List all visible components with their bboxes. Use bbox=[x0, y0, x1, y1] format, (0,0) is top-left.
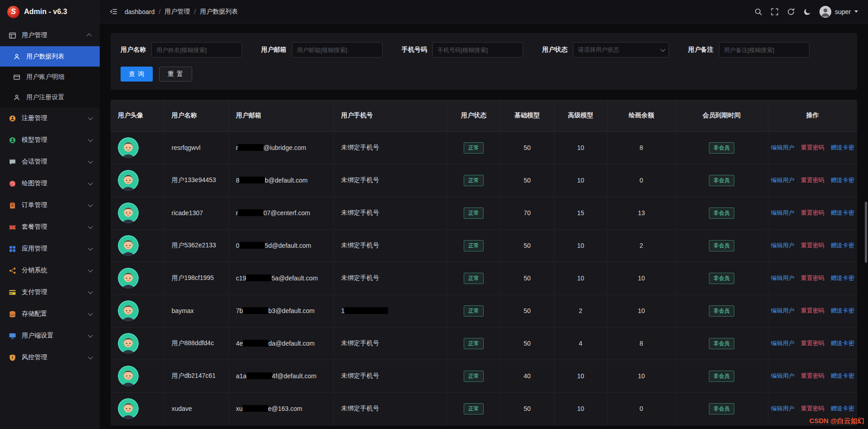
member-badge: 非会员 bbox=[709, 142, 734, 154]
gift-card-link[interactable]: 赠送卡密 bbox=[831, 340, 854, 347]
filter-field: 用户备注 bbox=[688, 42, 810, 58]
gift-card-link[interactable]: 赠送卡密 bbox=[831, 242, 854, 249]
paycard-icon bbox=[8, 288, 16, 296]
sidebar-group[interactable]: 支付管理 bbox=[0, 281, 100, 303]
logo[interactable]: S Admin - v6.3 bbox=[0, 0, 100, 24]
user-phone-cell: 未绑定手机号 bbox=[334, 164, 447, 197]
sidebar-group[interactable]: 绘图管理 bbox=[0, 173, 100, 194]
gift-card-link[interactable]: 赠送卡密 bbox=[831, 275, 854, 281]
edit-user-link[interactable]: 编辑用户 bbox=[771, 144, 795, 151]
status-badge: 正常 bbox=[464, 240, 484, 251]
sidebar-item[interactable]: 用户数据列表 bbox=[0, 46, 100, 67]
breadcrumb-item[interactable]: dashboard bbox=[125, 8, 155, 15]
reset-password-link[interactable]: 重置密码 bbox=[801, 209, 824, 216]
topbar-tools: super bbox=[754, 6, 858, 18]
gift-card-link[interactable]: 赠送卡密 bbox=[831, 405, 854, 412]
drawing-balance-cell: 10 bbox=[607, 262, 675, 294]
advanced-model-cell: 10 bbox=[554, 229, 607, 262]
sidebar-group[interactable]: 套餐管理 bbox=[0, 216, 100, 238]
sidebar-group-label: 存储配置 bbox=[22, 310, 47, 318]
chevron-down-icon bbox=[88, 202, 93, 207]
chevron-down-icon bbox=[88, 267, 93, 272]
user-phone-cell: 未绑定手机号 bbox=[334, 197, 447, 229]
masked-text bbox=[238, 144, 263, 151]
sidebar-group[interactable]: 订单管理 bbox=[0, 194, 100, 216]
refresh-icon[interactable] bbox=[787, 8, 795, 16]
clipboard-icon bbox=[8, 201, 16, 209]
breadcrumb-item[interactable]: 用户管理 bbox=[165, 8, 190, 16]
sidebar-group[interactable]: 风控管理 bbox=[0, 347, 100, 368]
sidebar-group[interactable]: 应用管理 bbox=[0, 238, 100, 260]
edit-user-link[interactable]: 编辑用户 bbox=[771, 275, 795, 281]
column-header: 操作 bbox=[768, 100, 857, 131]
search-icon[interactable] bbox=[754, 8, 762, 16]
sidebar-group[interactable]: 分销系统 bbox=[0, 260, 100, 281]
edit-user-link[interactable]: 编辑用户 bbox=[771, 209, 795, 216]
gift-card-link[interactable]: 赠送卡密 bbox=[831, 144, 854, 151]
gift-card-link[interactable]: 赠送卡密 bbox=[831, 177, 854, 183]
breadcrumb-item[interactable]: 用户数据列表 bbox=[200, 8, 238, 16]
sidebar-group[interactable]: 用户端设置 bbox=[0, 325, 100, 347]
actions-cell: 编辑用户 重置密码 赠送卡密 bbox=[768, 262, 857, 294]
drawing-balance-cell: 0 bbox=[607, 392, 675, 425]
reset-password-link[interactable]: 重置密码 bbox=[801, 372, 824, 379]
user-avatar bbox=[118, 300, 139, 321]
monitor-icon bbox=[8, 332, 16, 340]
reset-button[interactable]: 重 置 bbox=[159, 67, 192, 82]
status-badge: 正常 bbox=[464, 142, 484, 154]
user-icon bbox=[13, 93, 21, 101]
edit-user-link[interactable]: 编辑用户 bbox=[771, 177, 795, 183]
main-area: dashboard/用户管理/用户数据列表 super bbox=[100, 0, 868, 429]
advanced-model-cell: 10 bbox=[554, 360, 607, 392]
filter-input[interactable] bbox=[719, 42, 810, 58]
filter-label: 用户邮箱 bbox=[261, 46, 286, 54]
user-avatar bbox=[118, 268, 139, 289]
sidebar-item[interactable]: 用户注册设置 bbox=[0, 87, 100, 107]
filter-input[interactable] bbox=[292, 42, 383, 58]
edit-user-link[interactable]: 编辑用户 bbox=[771, 405, 795, 412]
reset-password-link[interactable]: 重置密码 bbox=[801, 144, 824, 151]
user-avatar bbox=[118, 333, 139, 354]
sidebar-item[interactable]: 用户账户明细 bbox=[0, 67, 100, 87]
gift-card-link[interactable]: 赠送卡密 bbox=[831, 209, 854, 216]
filter-field: 手机号码 bbox=[402, 42, 523, 58]
chevron-up-icon bbox=[87, 34, 92, 39]
user-menu[interactable]: super bbox=[820, 6, 858, 18]
filter-input[interactable] bbox=[151, 42, 242, 58]
sidebar-group[interactable]: 注册管理 bbox=[0, 107, 100, 129]
chevron-down-icon bbox=[88, 180, 93, 185]
reset-password-link[interactable]: 重置密码 bbox=[801, 275, 824, 281]
member-badge: 非会员 bbox=[709, 240, 734, 251]
edit-user-link[interactable]: 编辑用户 bbox=[771, 307, 795, 314]
edit-user-link[interactable]: 编辑用户 bbox=[771, 242, 795, 249]
user-phone-cell: 未绑定手机号 bbox=[334, 131, 447, 164]
filter-input[interactable] bbox=[432, 42, 523, 58]
drawing-balance-cell: 8 bbox=[607, 327, 675, 360]
actions-cell: 编辑用户 重置密码 赠送卡密 bbox=[768, 229, 857, 262]
reset-password-link[interactable]: 重置密码 bbox=[801, 405, 824, 412]
sidebar-group[interactable]: 用户管理 bbox=[0, 24, 100, 46]
sidebar-group[interactable]: 会话管理 bbox=[0, 151, 100, 173]
scrollbar[interactable] bbox=[865, 202, 867, 263]
member-badge: 非会员 bbox=[709, 207, 734, 219]
column-header: 基础模型 bbox=[500, 100, 554, 131]
status-badge: 正常 bbox=[464, 403, 484, 415]
edit-user-link[interactable]: 编辑用户 bbox=[771, 340, 795, 347]
reset-password-link[interactable]: 重置密码 bbox=[801, 307, 824, 314]
drawing-balance-cell: 13 bbox=[607, 197, 675, 229]
reset-password-link[interactable]: 重置密码 bbox=[801, 177, 824, 183]
sidebar-group[interactable]: 模型管理 bbox=[0, 129, 100, 151]
advanced-model-cell: 4 bbox=[554, 327, 607, 360]
user-email-cell: 4eda@default.com bbox=[228, 327, 334, 360]
search-button[interactable]: 查 询 bbox=[121, 67, 153, 82]
gift-card-link[interactable]: 赠送卡密 bbox=[831, 307, 854, 314]
sidebar-group[interactable]: 存储配置 bbox=[0, 303, 100, 325]
user-status-select[interactable]: 请选择用户状态 bbox=[573, 42, 669, 58]
reset-password-link[interactable]: 重置密码 bbox=[801, 340, 824, 347]
reset-password-link[interactable]: 重置密码 bbox=[801, 242, 824, 249]
fullscreen-icon[interactable] bbox=[771, 8, 779, 16]
edit-user-link[interactable]: 编辑用户 bbox=[771, 372, 795, 379]
menu-fold-icon[interactable] bbox=[110, 8, 117, 15]
gift-card-link[interactable]: 赠送卡密 bbox=[831, 372, 854, 379]
moon-icon[interactable] bbox=[803, 8, 811, 16]
